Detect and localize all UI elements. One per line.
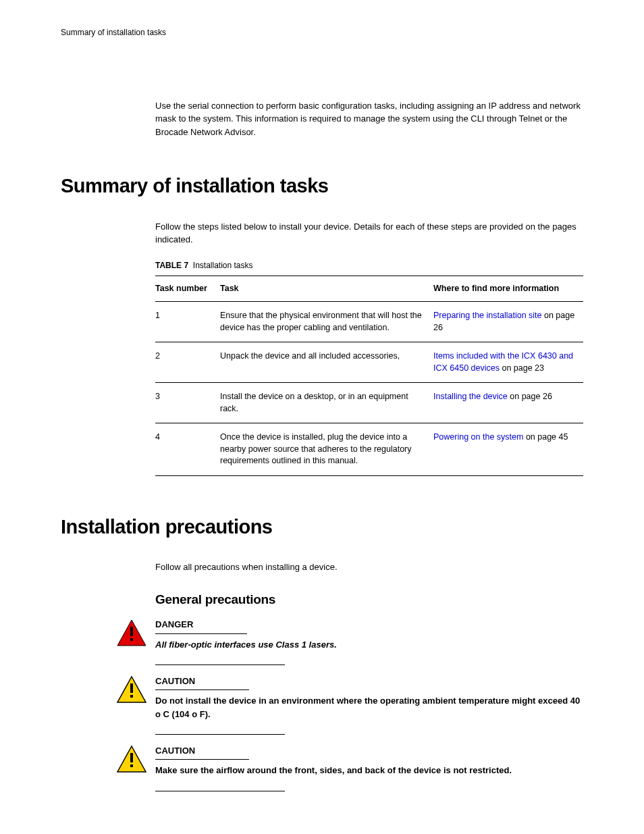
danger-icon (116, 619, 147, 647)
table-header-task: Task (220, 276, 433, 302)
svg-rect-8 (130, 764, 133, 767)
table-title: Installation tasks (193, 261, 253, 270)
svg-rect-5 (130, 695, 133, 698)
subsection-heading: General precautions (155, 591, 583, 609)
caution-label: CAUTION (155, 675, 249, 690)
cross-ref-link[interactable]: Preparing the installation site (433, 311, 542, 320)
cell-task: Ensure that the physical environment tha… (220, 302, 433, 342)
section-heading-precautions: Installation precautions (61, 513, 583, 541)
cell-suffix: on page 26 (508, 392, 552, 401)
divider (155, 791, 285, 791)
cell-num: 4 (155, 423, 220, 476)
section-body: Follow the steps listed below to install… (155, 220, 583, 246)
cell-num: 2 (155, 342, 220, 383)
caution-callout: CAUTION Do not install the device in an … (116, 675, 583, 721)
divider (155, 664, 285, 665)
cell-suffix: on page 45 (523, 432, 568, 442)
caution-text: Do not install the device in an environm… (155, 694, 583, 721)
svg-rect-4 (130, 683, 133, 693)
cell-task: Unpack the device and all included acces… (220, 342, 433, 383)
table-caption: TABLE 7 Installation tasks (155, 260, 583, 271)
cross-ref-link[interactable]: Installing the device (433, 392, 508, 401)
cell-info: Preparing the installation site on page … (433, 302, 583, 342)
installation-tasks-table: Task number Task Where to find more info… (155, 276, 583, 476)
cross-ref-link[interactable]: Powering on the system (433, 432, 523, 442)
table-row: 2 Unpack the device and all included acc… (155, 342, 583, 383)
table-label: TABLE 7 (155, 261, 188, 270)
section-body: Follow all precautions when installing a… (155, 561, 583, 574)
section-heading-summary: Summary of installation tasks (61, 172, 583, 200)
caution-icon (116, 675, 147, 704)
table-header-info: Where to find more information (433, 276, 583, 302)
danger-label: DANGER (155, 619, 247, 633)
divider (155, 734, 285, 735)
intro-paragraph: Use the serial connection to perform bas… (155, 99, 583, 139)
cell-info: Installing the device on page 26 (433, 383, 583, 423)
table-row: 4 Once the device is installed, plug the… (155, 423, 583, 476)
cell-task: Once the device is installed, plug the d… (220, 423, 433, 476)
svg-rect-1 (130, 627, 133, 636)
caution-label: CAUTION (155, 745, 249, 760)
svg-rect-7 (130, 753, 133, 762)
danger-text: All fiber-optic interfaces use Class 1 l… (155, 638, 583, 652)
cell-suffix: on page 23 (500, 363, 544, 373)
caution-text: Make sure the airflow around the front, … (155, 764, 583, 777)
cell-info: Items included with the ICX 6430 and ICX… (433, 342, 583, 383)
cell-num: 3 (155, 383, 220, 423)
cell-task: Install the device on a desktop, or in a… (220, 383, 433, 423)
table-header-num: Task number (155, 276, 220, 302)
caution-callout: CAUTION Make sure the airflow around the… (116, 745, 583, 777)
cell-info: Powering on the system on page 45 (433, 423, 583, 476)
running-header: Summary of installation tasks (61, 27, 583, 38)
table-row: 3 Install the device on a desktop, or in… (155, 383, 583, 423)
danger-callout: DANGER All fiber-optic interfaces use Cl… (116, 619, 583, 651)
caution-icon (116, 745, 147, 773)
cell-num: 1 (155, 302, 220, 342)
svg-rect-2 (130, 638, 133, 641)
table-row: 1 Ensure that the physical environment t… (155, 302, 583, 342)
